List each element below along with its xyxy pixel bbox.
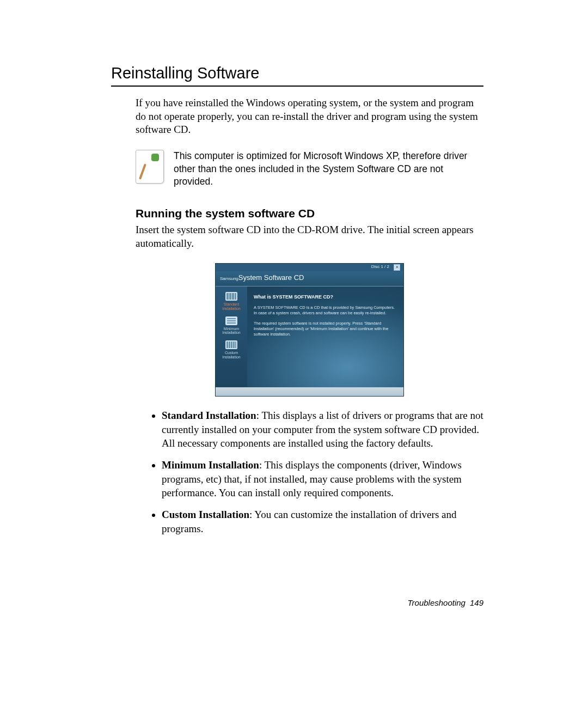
sidebar-item-label: Custom Installation: [216, 351, 247, 359]
window-title: System Software CD: [238, 273, 304, 282]
note-icon: [136, 150, 164, 184]
window-footer-bar: [216, 387, 403, 396]
list-item: Minimum Installation: This displays the …: [162, 458, 483, 500]
title-rule: [111, 86, 483, 87]
window-titlebar: Disc 1 / 2 ✕: [216, 264, 403, 271]
sidebar-item-label: Standard Installation: [216, 302, 247, 310]
main-paragraph: The required system software is not inst…: [254, 321, 396, 337]
bullet-list: Standard Installation: This displays a l…: [136, 409, 483, 535]
document-page: Reinstalling Software If you have reinst…: [0, 0, 588, 713]
disc-label: Disc 1 / 2: [371, 264, 389, 270]
main-heading: What is SYSTEM SOFTWARE CD?: [254, 294, 396, 301]
section-body: Insert the system software CD into the C…: [136, 223, 483, 250]
main-paragraph: A SYSTEM SOFTWARE CD is a CD that is pro…: [254, 305, 396, 316]
content-column: Reinstalling Software If you have reinst…: [111, 64, 483, 543]
screenshot-figure: Disc 1 / 2 ✕ SamsungSystem Software CD S…: [136, 263, 483, 397]
window-body: Standard Installation Minimum Installati…: [216, 287, 403, 387]
sidebar-item-label: Minimum Installation: [216, 327, 247, 335]
sidebar-item-custom[interactable]: Custom Installation: [216, 340, 247, 359]
window-sidebar: Standard Installation Minimum Installati…: [216, 287, 247, 387]
sidebar-item-standard[interactable]: Standard Installation: [216, 292, 247, 310]
term: Custom Installation: [162, 509, 249, 520]
list-item: Standard Installation: This displays a l…: [162, 409, 483, 450]
close-icon[interactable]: ✕: [394, 264, 400, 271]
page-footer: Troubleshooting149: [408, 598, 484, 607]
standard-install-icon: [225, 292, 237, 301]
custom-install-icon: [225, 340, 237, 349]
minimum-install-icon: [225, 316, 237, 325]
note-block: This computer is optimized for Microsoft…: [136, 150, 483, 188]
window-header: SamsungSystem Software CD: [216, 271, 403, 287]
page-title: Reinstalling Software: [111, 64, 483, 82]
indented-block: If you have reinstalled the Windows oper…: [136, 96, 483, 535]
list-item: Custom Installation: You can customize t…: [162, 508, 483, 535]
footer-section: Troubleshooting: [408, 598, 465, 607]
section-heading: Running the system software CD: [136, 207, 483, 220]
note-text: This computer is optimized for Microsoft…: [174, 150, 483, 188]
term: Minimum Installation: [162, 459, 259, 471]
window-main: What is SYSTEM SOFTWARE CD? A SYSTEM SOF…: [247, 287, 403, 387]
brand-label: Samsung: [220, 276, 238, 281]
intro-paragraph: If you have reinstalled the Windows oper…: [136, 96, 483, 137]
page-number: 149: [470, 598, 483, 607]
term: Standard Installation: [162, 410, 256, 421]
sidebar-item-minimum[interactable]: Minimum Installation: [216, 316, 247, 335]
software-cd-window: Disc 1 / 2 ✕ SamsungSystem Software CD S…: [215, 263, 404, 397]
